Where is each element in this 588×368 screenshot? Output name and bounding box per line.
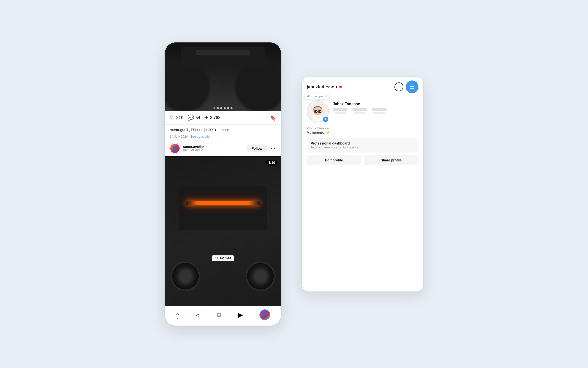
followers-label-bar xyxy=(354,112,366,114)
stat-following xyxy=(372,108,387,114)
verified-badge-icon: ✓ xyxy=(205,145,208,149)
pro-dashboard-card[interactable]: Professional dashboard Tools and resourc… xyxy=(307,138,418,153)
see-translation-link[interactable]: See translation xyxy=(190,135,211,138)
share-profile-button[interactable]: Share profile xyxy=(364,156,418,165)
heart-icon: ♡ xyxy=(170,115,175,120)
posts-count-bar xyxy=(333,108,347,111)
profile-category: Product/service xyxy=(307,126,418,130)
stat-posts xyxy=(333,108,347,114)
svg-point-11 xyxy=(321,110,323,112)
stat-followers xyxy=(352,108,367,114)
home-icon: ⌂ xyxy=(176,312,180,318)
dot-4 xyxy=(224,107,226,109)
caption-text: merttugut TgTSeries | L200+... xyxy=(170,128,220,132)
svg-point-10 xyxy=(313,110,314,112)
svg-point-9 xyxy=(319,111,320,112)
profile-action-buttons: Edit profile Share profile xyxy=(307,156,418,165)
truck-body-visual: 53 AV 544 xyxy=(165,156,281,306)
post-author-row: soner.avcilar ✓ RİZE MERKEZ Follow ⋯ xyxy=(165,141,281,156)
reels-nav-icon: ▶ xyxy=(238,312,243,318)
post-actions-bar: ♡ 21K 💬 54 ✈ 3,768 🔖 xyxy=(165,111,281,125)
add-post-button[interactable]: ＋ xyxy=(394,82,403,91)
nav-add[interactable]: ⊕ xyxy=(216,312,222,318)
more-link[interactable]: more xyxy=(221,128,229,132)
bottom-navigation: ⌂ ⌕ ⊕ ▶ 👤 xyxy=(165,306,281,326)
nav-search[interactable]: ⌕ xyxy=(196,312,200,318)
edit-profile-button[interactable]: Edit profile xyxy=(307,156,361,165)
profile-avatar-icon: 👤 xyxy=(262,312,268,318)
comment-icon: 💬 xyxy=(187,115,194,120)
nav-profile-avatar[interactable]: 👤 xyxy=(259,309,270,320)
bookmark-icon: 🔖 xyxy=(270,115,276,120)
dot-3 xyxy=(220,107,222,109)
avatar-add-button[interactable]: + xyxy=(322,116,329,122)
author-location: RİZE MERKEZ xyxy=(183,149,244,152)
truck-top-visual xyxy=(165,42,281,111)
author-avatar[interactable] xyxy=(170,143,180,154)
svg-rect-1 xyxy=(313,115,323,121)
profile-info-row: Weekend plans? xyxy=(307,100,418,122)
stats-row xyxy=(333,108,418,114)
weekend-bubble-text: Weekend plans? xyxy=(307,95,327,98)
share-count: 3,768 xyxy=(210,115,220,120)
author-info: soner.avcilar ✓ RİZE MERKEZ xyxy=(183,145,244,152)
following-label-bar xyxy=(373,112,385,114)
share-button[interactable]: ✈ 3,768 xyxy=(204,115,220,120)
date-text: 14 July 2024 xyxy=(170,135,188,138)
image-counter: 1/10 xyxy=(266,160,278,166)
right-phone: jabeztadesse ▾ ＋ ☰ Weekend plans? xyxy=(301,76,424,292)
followers-count-bar xyxy=(352,108,367,111)
truck-wheel-left xyxy=(171,262,200,291)
truck-front-visual xyxy=(179,186,267,230)
profile-bio: Multipreneur⚡ xyxy=(307,131,418,134)
comment-button[interactable]: 💬 54 xyxy=(187,115,200,120)
truck-wheel-right xyxy=(246,262,275,291)
search-nav-icon: ⌕ xyxy=(196,312,200,318)
left-phone: ♡ 21K 💬 54 ✈ 3,768 🔖 merttugut TgTSeries… xyxy=(164,42,282,326)
pro-dashboard-title: Professional dashboard xyxy=(311,141,415,145)
more-options-button[interactable]: ⋯ xyxy=(270,146,276,151)
header-actions: ＋ ☰ xyxy=(394,80,418,93)
menu-button[interactable]: ☰ xyxy=(406,80,418,93)
posts-label-bar xyxy=(334,112,346,114)
author-name[interactable]: soner.avcilar xyxy=(183,145,204,149)
dot-1 xyxy=(213,107,215,109)
nav-reels[interactable]: ▶ xyxy=(238,312,243,318)
comment-count: 54 xyxy=(196,115,200,120)
dot-2 xyxy=(217,107,219,109)
like-count: 21K xyxy=(176,115,184,120)
pro-dashboard-subtitle: Tools and resources just for creators. xyxy=(311,146,415,149)
like-button[interactable]: ♡ 21K xyxy=(170,115,184,120)
author-name-row: soner.avcilar ✓ xyxy=(183,145,244,149)
profile-body: Weekend plans? xyxy=(302,96,423,169)
plus-icon: ＋ xyxy=(396,84,401,90)
image-dots xyxy=(213,107,233,109)
post-date: 14 July 2024 See translation xyxy=(165,134,281,141)
following-count-bar xyxy=(372,108,387,111)
post-second-image: 53 AV 544 1/10 xyxy=(165,156,281,306)
follow-button[interactable]: Follow xyxy=(247,145,267,152)
post-caption: merttugut TgTSeries | L200+... more xyxy=(165,125,281,134)
truck-lights-visual xyxy=(186,201,260,205)
weekend-bubble: Weekend plans? xyxy=(304,93,330,99)
avatar-container: Weekend plans? xyxy=(307,100,329,122)
license-plate: 53 AV 544 xyxy=(212,255,234,261)
bookmark-button[interactable]: 🔖 xyxy=(270,115,276,120)
post-hero-image xyxy=(165,42,281,111)
dot-5 xyxy=(227,107,229,109)
send-icon: ✈ xyxy=(204,115,208,120)
chevron-down-icon[interactable]: ▾ xyxy=(336,85,337,89)
profile-username: jabeztadesse xyxy=(307,84,334,90)
dot-6 xyxy=(231,107,233,109)
add-nav-icon: ⊕ xyxy=(216,312,222,318)
online-status-dot xyxy=(339,86,342,88)
svg-point-8 xyxy=(315,111,316,112)
home-nav-dot xyxy=(177,318,178,319)
profile-stats-column: Jabez Tadesse xyxy=(333,100,418,114)
nav-home[interactable]: ⌂ xyxy=(176,312,180,318)
hamburger-icon: ☰ xyxy=(410,84,415,90)
username-row: jabeztadesse ▾ xyxy=(307,84,342,90)
profile-display-name: Jabez Tadesse xyxy=(333,102,418,106)
